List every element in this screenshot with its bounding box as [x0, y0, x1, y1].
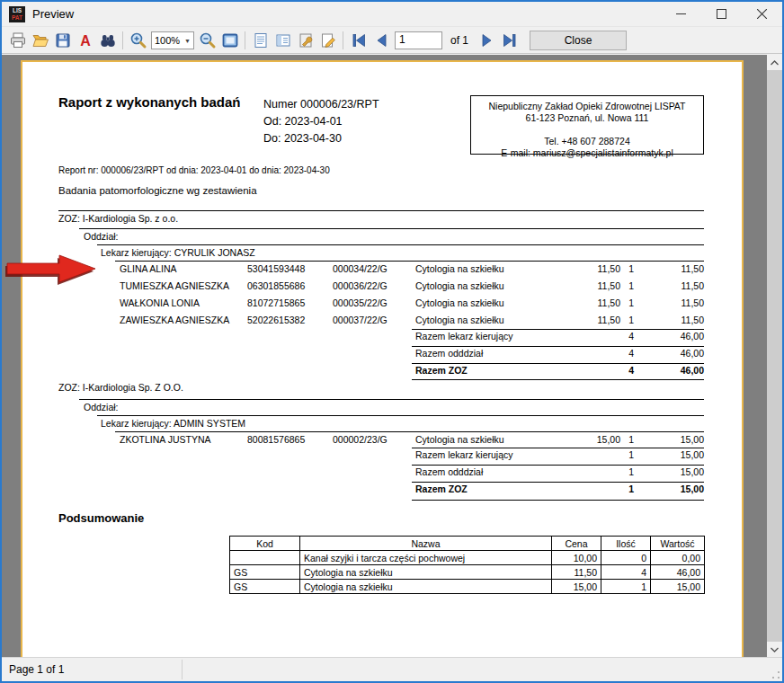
toolbar-separator — [343, 31, 343, 49]
zoom-in-icon — [129, 31, 147, 49]
totals-row: Razem odddział 1 15,00 — [22, 466, 704, 478]
close-window-button[interactable] — [742, 2, 782, 27]
close-button[interactable]: Close — [530, 31, 627, 50]
clinic-address-box: Niepubliczny Zakład Opieki Zdrowotnej LI… — [470, 95, 704, 155]
prev-page-button[interactable] — [370, 30, 392, 52]
table-row: WAŁKONIA LONIA 81072715865 000035/22/G C… — [22, 297, 704, 309]
report-page: Raport z wykonanych badań Numer 000006/2… — [21, 60, 744, 657]
divider — [97, 415, 704, 416]
divider — [412, 329, 704, 330]
totals-row: Razem odddział 4 46,00 — [22, 348, 704, 359]
report-subtitle: Badania patomorfologiczne wg zestawienia — [58, 185, 257, 196]
divider — [412, 346, 704, 347]
summary-header-row: Kod Nazwa Cena Ilość Wartość — [230, 537, 705, 551]
divider — [97, 244, 704, 245]
clinic-phone: Tel. +48 607 288724 — [471, 136, 703, 147]
next-page-button[interactable] — [476, 30, 498, 52]
report-meta-line: Report nr: 000006/23/RPT od dnia: 2023-0… — [58, 165, 330, 175]
full-page-button[interactable] — [218, 30, 241, 52]
minimize-button[interactable] — [661, 2, 701, 27]
open-folder-icon — [31, 31, 49, 49]
scroll-up-button[interactable] — [767, 55, 782, 70]
text-view-icon — [252, 31, 270, 49]
zoom-level-value: 100% — [155, 35, 180, 46]
summary-row: Kanał szyjki i tarcza części pochwowej 1… — [230, 551, 705, 565]
divider — [412, 482, 704, 483]
prev-page-icon — [374, 33, 388, 48]
totals-row: Razem ZOZ 4 46,00 — [22, 365, 704, 377]
page-status: Page 1 of 1 — [9, 663, 64, 676]
print-button[interactable] — [6, 30, 29, 52]
summary-row: GS Cytologia na szkiełku 15,00 1 15,00 — [230, 580, 705, 594]
edit-button[interactable] — [316, 30, 339, 52]
divider — [79, 399, 704, 400]
preview-area: Raport z wykonanych badań Numer 000006/2… — [2, 55, 782, 657]
divider — [115, 261, 704, 262]
binoculars-icon — [99, 31, 117, 49]
table-row: TUMIESZKA AGNIESZKA 06301855686 000036/2… — [22, 280, 704, 292]
clinic-name: Niepubliczny Zakład Opieki Zdrowotnej LI… — [471, 101, 703, 112]
zoom-level-select[interactable]: 100% ▼ — [151, 31, 194, 49]
app-logo-icon: LIS PAT — [9, 6, 25, 22]
export-pdf-button[interactable]: A — [74, 30, 96, 52]
statusbar-divider — [182, 660, 183, 679]
page-setup-icon — [297, 31, 315, 49]
text-view-button[interactable] — [249, 30, 272, 52]
first-page-button[interactable] — [347, 30, 370, 52]
toolbar-separator — [245, 31, 245, 49]
red-annotation-arrow — [5, 253, 99, 285]
window-title: Preview — [32, 7, 74, 21]
table-row: GLINA ALINA 53041593448 000034/22/G Cyto… — [22, 263, 704, 275]
totals-row: Razem lekarz kierujący 4 46,00 — [22, 331, 704, 342]
lekarz-header: Lekarz kierujący: ADMIN SYSTEM — [101, 418, 245, 429]
table-row: ZAWIESZKA AGNIESZKA 52022615382 000037/2… — [22, 315, 704, 326]
scrollbar-thumb[interactable] — [767, 70, 782, 642]
divider — [412, 465, 704, 466]
oddzial-header: Oddział: — [84, 402, 119, 412]
lekarz-header: Lekarz kierujący: CYRULIK JONASZ — [101, 247, 255, 258]
divider — [58, 210, 704, 211]
resize-grip[interactable] — [771, 670, 780, 679]
caption-buttons — [661, 2, 782, 27]
totals-row: Razem lekarz kierujący 1 15,00 — [22, 449, 704, 461]
zoom-in-button[interactable] — [127, 30, 149, 52]
vertical-scrollbar[interactable] — [767, 55, 782, 657]
chevron-down-icon — [771, 647, 779, 652]
last-page-button[interactable] — [498, 30, 521, 52]
chevron-down-icon: ▼ — [184, 38, 191, 44]
thumbnails-icon — [274, 31, 292, 49]
summary-row: GS Cytologia na szkiełku 11,50 4 46,00 — [230, 565, 705, 580]
report-number: Numer 000006/23/RPT — [263, 98, 379, 111]
find-button[interactable] — [96, 30, 119, 52]
first-page-icon — [351, 33, 367, 48]
zoom-out-icon — [199, 31, 217, 49]
save-button[interactable] — [51, 30, 74, 52]
svg-text:A: A — [80, 33, 91, 49]
next-page-icon — [480, 33, 494, 48]
zoom-out-button[interactable] — [196, 30, 218, 52]
report-title: Raport z wykonanych badań — [58, 94, 241, 110]
status-bar: Page 1 of 1 — [2, 657, 782, 681]
page-count-label: of 1 — [450, 34, 468, 47]
save-icon — [54, 31, 72, 49]
summary-heading: Podsumowanie — [58, 511, 144, 525]
open-button[interactable] — [29, 30, 51, 52]
preview-window: LIS PAT Preview A 100% — [0, 0, 784, 683]
zoz-header: ZOZ: I-Kardiologia Sp. z o.o. — [58, 213, 178, 224]
clinic-email: E-mail: mariusz@specjalistainformatyk.pl — [471, 147, 703, 159]
report-date-to: Do: 2023-04-30 — [263, 132, 342, 145]
report-date-from: Od: 2023-04-01 — [263, 115, 343, 128]
page-number-input[interactable]: 1 — [395, 31, 442, 49]
edit-pencil-icon — [319, 31, 337, 49]
thumbnails-button[interactable] — [272, 30, 294, 52]
divider — [412, 363, 704, 364]
maximize-button[interactable] — [701, 2, 742, 27]
full-page-icon — [221, 31, 239, 49]
summary-table: Kod Nazwa Cena Ilość Wartość Kanał szyjk… — [229, 536, 705, 594]
page-setup-button[interactable] — [294, 30, 316, 52]
pdf-export-icon: A — [76, 31, 94, 49]
zoz-header: ZOZ: I-Kardiologia Sp. Z O.O. — [58, 382, 183, 393]
table-row: ZKOTLINA JUSTYNA 80081576865 000002/23/G… — [22, 434, 704, 446]
scroll-down-button[interactable] — [767, 642, 782, 657]
clinic-address: 61-123 Poznań, ul. Nowa 111 — [471, 112, 703, 124]
